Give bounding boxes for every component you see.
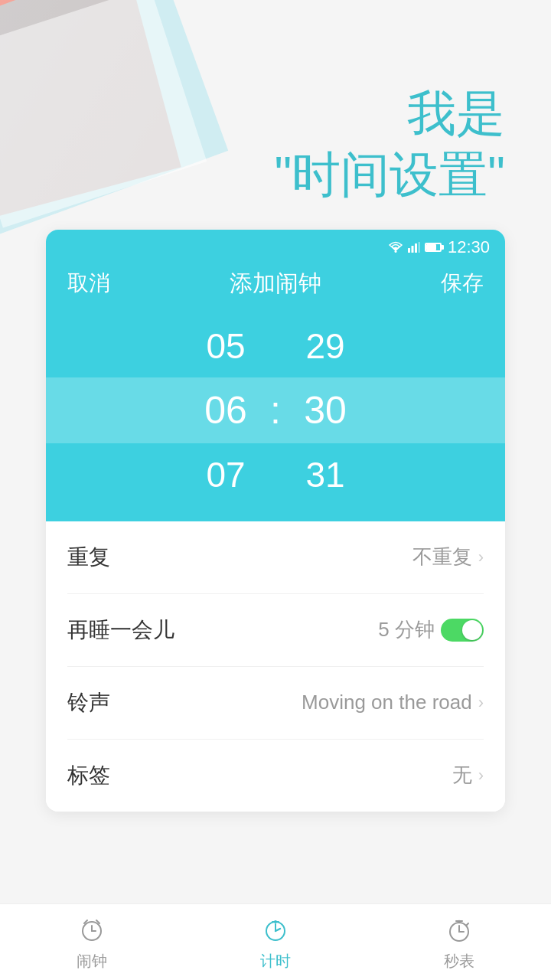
svg-point-0 <box>394 250 396 253</box>
snooze-toggle[interactable] <box>441 619 484 642</box>
save-button[interactable]: 保存 <box>441 269 484 298</box>
alarm-icon <box>75 913 109 946</box>
bottom-nav: 闹钟 计时 秒表 <box>0 903 551 980</box>
stopwatch-icon <box>442 913 476 946</box>
nav-label-alarm: 闹钟 <box>77 951 107 972</box>
ringtone-value: Moving on the road › <box>302 691 484 714</box>
time-rows: 05 : 29 06 : 30 07 : 31 <box>46 315 505 506</box>
ringtone-text: Moving on the road <box>302 691 472 714</box>
wifi-icon <box>388 241 403 253</box>
minute-0: 29 <box>287 325 364 367</box>
tag-text: 无 <box>452 762 472 789</box>
ringtone-chevron: › <box>478 693 484 713</box>
settings-item-repeat[interactable]: 重复 不重复 › <box>67 521 484 594</box>
time-row-2[interactable]: 07 : 31 <box>46 443 505 506</box>
repeat-chevron: › <box>478 547 484 567</box>
svg-rect-4 <box>418 242 420 253</box>
toggle-thumb <box>462 620 482 640</box>
main-content: 我是 "时间设置" <box>0 0 551 896</box>
repeat-text: 不重复 <box>412 544 472 570</box>
time-row-0[interactable]: 05 : 29 <box>46 315 505 377</box>
snooze-text: 5 分钟 <box>378 616 435 643</box>
tag-value: 无 › <box>452 762 484 789</box>
status-bar: 12:30 <box>46 230 505 260</box>
repeat-label: 重复 <box>67 543 110 572</box>
tag-chevron: › <box>478 766 484 786</box>
svg-rect-3 <box>415 243 417 253</box>
battery-icon <box>425 243 442 252</box>
tag-label: 标签 <box>67 761 110 790</box>
settings-item-snooze[interactable]: 再睡一会儿 5 分钟 <box>67 594 484 667</box>
svg-point-14 <box>274 920 277 923</box>
settings-list: 重复 不重复 › 再睡一会儿 5 分钟 铃声 <box>46 521 505 812</box>
svg-rect-2 <box>411 246 413 253</box>
timer-icon <box>259 913 292 946</box>
time-picker: 12:30 取消 添加闹钟 保存 05 : 29 <box>46 230 505 521</box>
sep-1: : <box>264 388 287 433</box>
title-line2: "时间设置" <box>0 143 505 207</box>
cancel-button[interactable]: 取消 <box>67 269 110 298</box>
nav-label-stopwatch: 秒表 <box>444 951 474 972</box>
nav-item-stopwatch[interactable]: 秒表 <box>367 913 551 972</box>
settings-item-tag[interactable]: 标签 无 › <box>67 740 484 812</box>
status-icons <box>388 241 442 253</box>
nav-item-timer[interactable]: 计时 <box>184 913 367 972</box>
alarm-title: 添加闹钟 <box>230 268 321 299</box>
alarm-bar: 取消 添加闹钟 保存 <box>46 260 505 315</box>
minute-2: 31 <box>287 454 364 495</box>
ringtone-label: 铃声 <box>67 688 110 717</box>
signal-icon <box>408 242 420 253</box>
hour-1: 06 <box>187 388 264 433</box>
time-scroller[interactable]: 05 : 29 06 : 30 07 : 31 <box>46 315 505 506</box>
status-time: 12:30 <box>448 237 490 257</box>
nav-label-timer: 计时 <box>260 951 291 972</box>
hour-2: 07 <box>187 454 264 495</box>
svg-rect-1 <box>408 248 410 253</box>
title-line1: 我是 <box>0 84 505 143</box>
svg-line-20 <box>466 923 468 926</box>
repeat-value: 不重复 › <box>412 544 484 570</box>
snooze-label: 再睡一会儿 <box>67 616 174 645</box>
main-card: 12:30 取消 添加闹钟 保存 05 : 29 <box>46 230 505 812</box>
title-area: 我是 "时间设置" <box>0 0 551 230</box>
snooze-value: 5 分钟 <box>378 616 484 643</box>
hour-0: 05 <box>187 325 264 367</box>
nav-item-alarm[interactable]: 闹钟 <box>0 913 184 972</box>
minute-1: 30 <box>287 388 364 433</box>
time-row-1[interactable]: 06 : 30 <box>46 377 505 443</box>
settings-item-ringtone[interactable]: 铃声 Moving on the road › <box>67 667 484 740</box>
